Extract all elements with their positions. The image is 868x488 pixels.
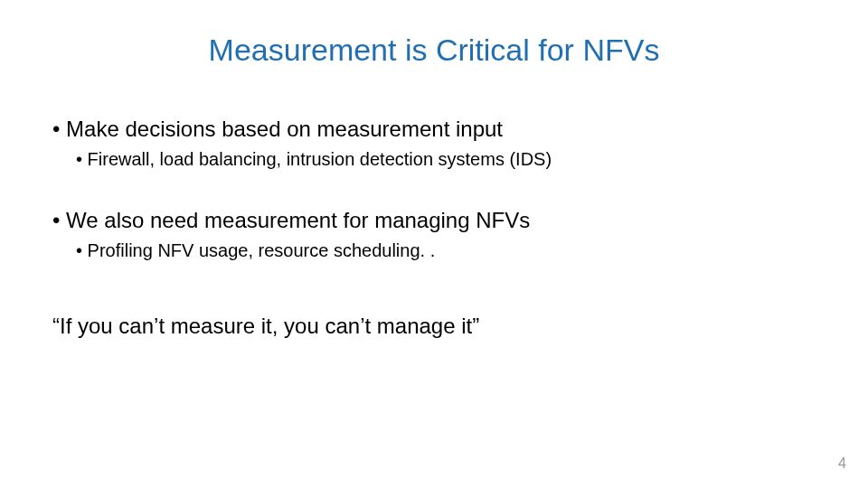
bullet-item: We also need measurement for managing NF… xyxy=(52,207,816,234)
slide: Measurement is Critical for NFVs Make de… xyxy=(0,0,868,488)
sub-bullet-item: Firewall, load balancing, intrusion dete… xyxy=(76,148,816,171)
page-number: 4 xyxy=(838,455,846,472)
sub-bullet-item: Profiling NFV usage, resource scheduling… xyxy=(76,239,816,262)
slide-body: Make decisions based on measurement inpu… xyxy=(52,116,816,340)
quote-text: “If you can’t measure it, you can’t mana… xyxy=(52,313,816,340)
bullet-item: Make decisions based on measurement inpu… xyxy=(52,116,816,143)
slide-title: Measurement is Critical for NFVs xyxy=(0,33,868,68)
